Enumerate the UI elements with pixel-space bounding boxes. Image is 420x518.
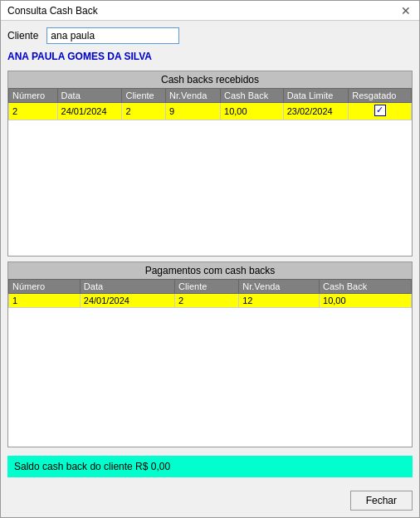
- section1-table-wrapper: Número Data Cliente Nr.Venda Cash Back D…: [8, 88, 412, 256]
- cell-resgatado: [349, 103, 412, 120]
- client-row: Cliente: [7, 27, 413, 44]
- pagamentos-cash-backs-table: Número Data Cliente Nr.Venda Cash Back 1…: [8, 279, 412, 308]
- pagamentos-cash-backs-section: Pagamentos com cash backs Número Data Cl…: [7, 261, 413, 447]
- cell2-nr-venda: 12: [239, 294, 320, 308]
- cell-cliente: 2: [122, 103, 166, 120]
- sections-container: Cash backs recebidos Número Data Cliente…: [7, 71, 413, 447]
- status-bar: Saldo cash back do cliente R$ 0,00: [7, 456, 413, 477]
- section1-header: Cash backs recebidos: [8, 71, 412, 88]
- section2-header: Pagamentos com cash backs: [8, 262, 412, 279]
- client-input[interactable]: [46, 27, 179, 44]
- table-row: 2 24/01/2024 2 9 10,00 23/02/2024: [9, 103, 412, 120]
- cell2-cash-back: 10,00: [320, 294, 412, 308]
- footer: Fechar: [1, 487, 419, 517]
- checked-checkbox: [374, 105, 386, 116]
- col-nr-venda: Nr.Venda: [166, 89, 221, 103]
- content-area: Cliente ANA PAULA GOMES DA SILVA Cash ba…: [1, 21, 419, 487]
- title-bar: Consulta Cash Back ✕: [1, 1, 419, 21]
- col-data: Data: [57, 89, 122, 103]
- close-button[interactable]: Fechar: [350, 491, 413, 511]
- col2-cliente: Cliente: [175, 280, 239, 294]
- cell2-numero: 1: [9, 294, 81, 308]
- col-numero: Número: [9, 89, 58, 103]
- cash-backs-recebidos-section: Cash backs recebidos Número Data Cliente…: [7, 71, 413, 257]
- cell-data-limite: 23/02/2024: [283, 103, 349, 120]
- client-label: Cliente: [7, 30, 38, 42]
- window-title: Consulta Cash Back: [7, 5, 98, 17]
- col2-data: Data: [80, 280, 174, 294]
- window-close-icon[interactable]: ✕: [399, 4, 413, 17]
- col-cash-back: Cash Back: [221, 89, 284, 103]
- cash-backs-recebidos-table: Número Data Cliente Nr.Venda Cash Back D…: [8, 88, 412, 120]
- main-window: Consulta Cash Back ✕ Cliente ANA PAULA G…: [0, 0, 420, 518]
- cell2-data: 24/01/2024: [80, 294, 174, 308]
- col2-cash-back: Cash Back: [320, 280, 412, 294]
- cell-nr-venda: 9: [166, 103, 221, 120]
- col2-nr-venda: Nr.Venda: [239, 280, 320, 294]
- cell-data: 24/01/2024: [57, 103, 122, 120]
- col2-numero: Número: [9, 280, 81, 294]
- table-row: 1 24/01/2024 2 12 10,00: [9, 294, 412, 308]
- client-name-display: ANA PAULA GOMES DA SILVA: [7, 51, 413, 62]
- section2-table-wrapper: Número Data Cliente Nr.Venda Cash Back 1…: [8, 279, 412, 447]
- col-cliente: Cliente: [122, 89, 166, 103]
- cell2-cliente: 2: [175, 294, 239, 308]
- col-data-limite: Data Limite: [283, 89, 349, 103]
- cell-cash-back: 10,00: [221, 103, 284, 120]
- col-resgatado: Resgatado: [349, 89, 412, 103]
- cell-numero: 2: [9, 103, 58, 120]
